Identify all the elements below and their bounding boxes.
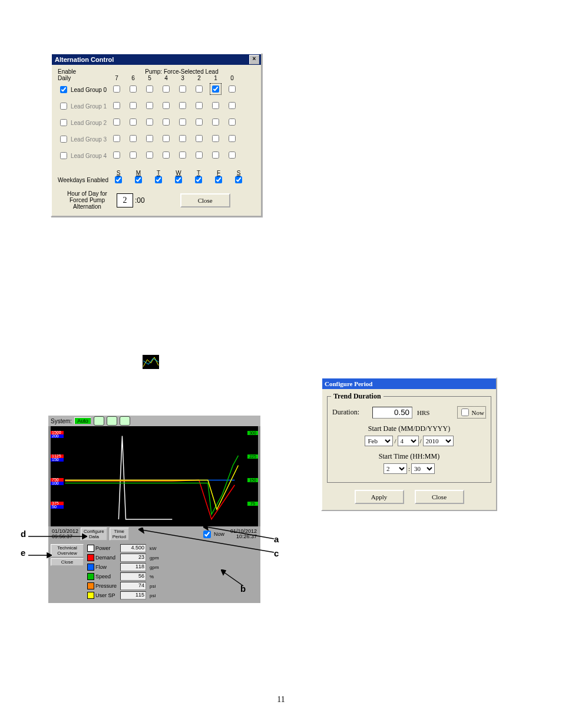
- weekday-checkbox[interactable]: [155, 176, 162, 183]
- pump-lead-checkbox[interactable]: [212, 118, 219, 126]
- pump-lead-checkbox[interactable]: [229, 85, 236, 93]
- apply-button[interactable]: Apply: [355, 490, 404, 504]
- pump-lead-checkbox[interactable]: [163, 85, 170, 93]
- pump-lead-checkbox[interactable]: [146, 135, 153, 142]
- month-select[interactable]: Feb: [365, 436, 393, 446]
- pump-lead-checkbox[interactable]: [229, 135, 236, 142]
- legend-item[interactable]: Speed: [87, 573, 117, 580]
- pump-lead-checkbox[interactable]: [130, 135, 137, 142]
- pump-col-headers: 76543210: [108, 75, 255, 81]
- alternation-control-window: Alternation Control × Enable Daily Pump:…: [51, 53, 262, 217]
- pump-lead-checkbox[interactable]: [179, 85, 186, 93]
- pump-icon: [120, 416, 130, 426]
- pump-lead-checkbox[interactable]: [146, 85, 153, 93]
- weekday-checkbox[interactable]: [115, 176, 122, 183]
- weekday-cell: T: [189, 170, 209, 183]
- close-button[interactable]: Close: [51, 558, 84, 566]
- weekday-cell: S: [229, 170, 249, 183]
- pump-lead-checkbox[interactable]: [146, 118, 153, 126]
- pump-lead-checkbox[interactable]: [113, 151, 120, 159]
- pump-lead-checkbox[interactable]: [179, 151, 186, 159]
- trend-duration-label: Trend Duration: [331, 392, 384, 401]
- close-icon[interactable]: ×: [249, 55, 259, 64]
- legend-unit: gpm: [150, 555, 159, 561]
- pump-lead-checkbox[interactable]: [196, 118, 203, 126]
- pump-lead-checkbox[interactable]: [113, 85, 120, 93]
- legend-item[interactable]: Flow: [87, 564, 117, 571]
- lead-group-row: Lead Group 4: [58, 147, 255, 164]
- hour-select[interactable]: 2: [384, 463, 407, 474]
- pump-lead-checkbox[interactable]: [212, 151, 219, 159]
- technical-overview-button[interactable]: Technical Overview: [51, 544, 84, 557]
- pump-lead-checkbox[interactable]: [146, 151, 153, 159]
- legend-value: 23: [120, 554, 146, 562]
- duration-input[interactable]: [372, 407, 412, 419]
- pump-lead-checkbox[interactable]: [229, 118, 236, 126]
- lead-group-enable[interactable]: Lead Group 1: [58, 101, 108, 111]
- weekday-checkbox[interactable]: [215, 176, 222, 183]
- pump-lead-checkbox[interactable]: [212, 102, 219, 109]
- weekday-checkbox[interactable]: [175, 176, 182, 183]
- pump-lead-checkbox[interactable]: [130, 151, 137, 159]
- lead-group-enable[interactable]: Lead Group 4: [58, 150, 108, 161]
- force-selected-label: Pump: Force-Selected Lead: [108, 68, 255, 75]
- hour-input[interactable]: [117, 193, 133, 207]
- pump-lead-checkbox[interactable]: [113, 135, 120, 142]
- svg-marker-9: [221, 569, 226, 575]
- pump-lead-checkbox[interactable]: [113, 102, 120, 109]
- time-period-button[interactable]: Time Period: [110, 528, 129, 541]
- pump-lead-checkbox[interactable]: [229, 151, 236, 159]
- auto-button[interactable]: Auto: [74, 417, 91, 424]
- pump-lead-checkbox[interactable]: [163, 102, 170, 109]
- pump-lead-checkbox[interactable]: [163, 151, 170, 159]
- weekday-checkbox[interactable]: [135, 176, 142, 183]
- minute-select[interactable]: 30: [411, 463, 435, 474]
- start-time-label: Start Time (HH:MM): [332, 452, 486, 461]
- weekday-checkbox[interactable]: [195, 176, 202, 183]
- weekday-cell: S: [108, 170, 128, 183]
- now-checkbox[interactable]: Now: [457, 406, 486, 419]
- legend-value: 74: [120, 582, 146, 590]
- close-button[interactable]: Close: [415, 490, 464, 504]
- pump-lead-checkbox[interactable]: [196, 151, 203, 159]
- system-label: System:: [51, 418, 72, 424]
- day-select[interactable]: 4: [398, 436, 419, 446]
- pump-lead-checkbox[interactable]: [163, 118, 170, 126]
- lead-group-enable[interactable]: Lead Group 0: [58, 84, 108, 95]
- weekday-cell: M: [128, 170, 148, 183]
- window-title: Alternation Control: [54, 56, 249, 63]
- pump-lead-checkbox[interactable]: [130, 118, 137, 126]
- pump-lead-checkbox[interactable]: [212, 85, 219, 93]
- lead-group-enable[interactable]: Lead Group 2: [58, 117, 108, 128]
- legend-item[interactable]: Demand: [87, 554, 117, 561]
- legend-item[interactable]: Pressure: [87, 582, 117, 589]
- callout-d: d: [21, 529, 26, 539]
- hour-suffix: :00: [135, 196, 145, 205]
- pump-icon: [94, 416, 104, 426]
- pump-lead-checkbox[interactable]: [196, 85, 203, 93]
- close-button[interactable]: Close: [180, 193, 230, 207]
- pump-lead-checkbox[interactable]: [179, 118, 186, 126]
- hrs-label: HRS: [417, 409, 429, 416]
- pump-icon: [107, 416, 117, 426]
- pump-lead-checkbox[interactable]: [113, 118, 120, 126]
- pump-lead-checkbox[interactable]: [130, 102, 137, 109]
- weekday-checkbox[interactable]: [235, 176, 242, 183]
- pump-lead-checkbox[interactable]: [196, 135, 203, 142]
- legend-item[interactable]: Power: [87, 545, 117, 552]
- pump-lead-checkbox[interactable]: [179, 135, 186, 142]
- year-select[interactable]: 2010: [423, 436, 454, 446]
- page-number: 11: [0, 695, 562, 704]
- arrow-icon: [28, 552, 52, 559]
- lead-group-enable[interactable]: Lead Group 3: [58, 134, 108, 144]
- pump-lead-checkbox[interactable]: [196, 102, 203, 109]
- pump-lead-checkbox[interactable]: [163, 135, 170, 142]
- pump-lead-checkbox[interactable]: [130, 85, 137, 93]
- pump-lead-checkbox[interactable]: [179, 102, 186, 109]
- configure-period-window: Configure Period Trend Duration Duration…: [321, 377, 497, 511]
- pump-lead-checkbox[interactable]: [229, 102, 236, 109]
- pump-lead-checkbox[interactable]: [212, 135, 219, 142]
- legend-value: 56: [120, 572, 146, 581]
- legend-item[interactable]: User SP: [87, 592, 117, 599]
- pump-lead-checkbox[interactable]: [146, 102, 153, 109]
